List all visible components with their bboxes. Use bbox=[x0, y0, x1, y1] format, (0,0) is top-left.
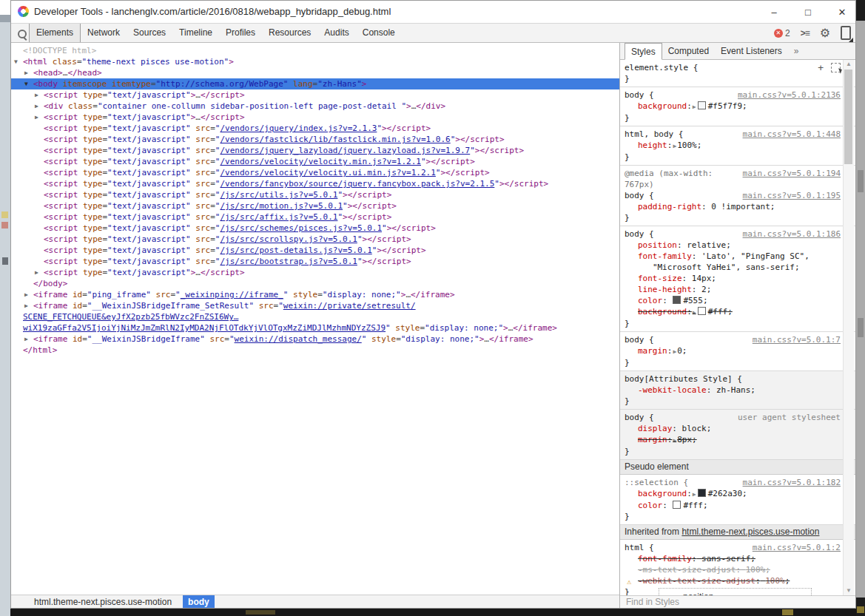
tree-row[interactable]: ▶<iframe id="__WeixinJSBridgeIframe_SetR… bbox=[11, 300, 619, 311]
sidebar-tab-computed[interactable]: Computed bbox=[662, 43, 715, 59]
resource-link[interactable]: /js/src/schemes/pisces.js?v=5.0.1 bbox=[220, 223, 382, 233]
property-value[interactable]: 100% bbox=[677, 141, 697, 150]
style-property[interactable]: font-size: 14px; bbox=[625, 273, 841, 284]
style-property[interactable]: color: #fff; bbox=[625, 500, 841, 511]
expand-value-arrow-icon[interactable]: ▶ bbox=[673, 437, 676, 444]
expand-arrow-icon[interactable]: ▶ bbox=[35, 101, 38, 112]
resource-link[interactable]: /js/src/scrollspy.js?v=5.0.1 bbox=[220, 234, 357, 244]
tree-row[interactable]: </html> bbox=[11, 345, 619, 356]
tree-row[interactable]: <script type="text/javascript" src="/ven… bbox=[11, 134, 619, 145]
tree-row[interactable]: ▶<script type="text/javascript">…</scrip… bbox=[11, 112, 619, 123]
tree-row[interactable]: <script type="text/javascript" src="/js/… bbox=[11, 189, 619, 200]
scroll-down-icon[interactable]: ▼ bbox=[844, 586, 854, 595]
property-name[interactable]: padding-right bbox=[638, 202, 701, 211]
style-property[interactable]: position: relative; bbox=[625, 240, 841, 251]
stylesheet-source-link[interactable]: main.css?v=5.0.1:195 bbox=[743, 190, 841, 201]
property-value[interactable]: 2 bbox=[701, 285, 707, 294]
property-value[interactable]: zh-Hans bbox=[716, 385, 750, 395]
property-value[interactable]: block bbox=[682, 424, 707, 433]
property-name[interactable]: font-family bbox=[638, 554, 692, 563]
property-value[interactable]: #fff bbox=[683, 501, 703, 510]
tree-row[interactable]: <script type="text/javascript" src="/ven… bbox=[11, 167, 619, 178]
rule-selector[interactable]: body { bbox=[625, 413, 654, 422]
stylesheet-source-link[interactable]: main.css?v=5.0.1:2136 bbox=[738, 89, 841, 101]
element-state-icon[interactable] bbox=[831, 63, 841, 72]
expand-value-arrow-icon[interactable]: ▶ bbox=[673, 143, 676, 149]
property-value[interactable]: 8px bbox=[677, 435, 692, 444]
resource-link[interactable]: /js/src/utils.js?v=5.0.1 bbox=[220, 190, 337, 200]
property-name[interactable]: -ms-text-size-adjust bbox=[638, 565, 736, 575]
console-drawer-icon[interactable]: >≡ bbox=[801, 28, 810, 38]
tree-row[interactable]: <script type="text/javascript" src="/js/… bbox=[11, 256, 619, 267]
scrollbar-thumb[interactable] bbox=[844, 70, 852, 164]
style-property[interactable]: padding-right: 0 !important; bbox=[625, 201, 841, 212]
find-in-styles-bar[interactable]: Find in Styles bbox=[620, 595, 855, 608]
tree-row[interactable]: ▼<html class="theme-next pisces use-moti… bbox=[11, 56, 619, 67]
expand-arrow-icon[interactable]: ▶ bbox=[35, 89, 38, 101]
new-style-rule-icon[interactable]: + bbox=[818, 64, 824, 72]
style-property[interactable]: background:▶#fff; bbox=[625, 306, 841, 318]
rule-selector[interactable]: body[Attributes Style] { bbox=[625, 374, 742, 384]
property-name[interactable]: height bbox=[638, 141, 667, 150]
tree-row[interactable]: <!DOCTYPE html> bbox=[11, 45, 619, 56]
color-swatch[interactable] bbox=[698, 489, 706, 497]
color-swatch[interactable] bbox=[673, 296, 681, 304]
tab-profiles[interactable]: Profiles bbox=[219, 24, 262, 42]
tab-elements[interactable]: Elements bbox=[29, 24, 81, 42]
property-name[interactable]: background bbox=[638, 101, 687, 111]
rule-selector[interactable]: html, body { bbox=[625, 129, 683, 139]
property-value[interactable]: 100% bbox=[746, 565, 766, 575]
property-name[interactable]: -webkit-locale bbox=[638, 385, 707, 395]
style-property[interactable]: -webkit-locale: zh-Hans; bbox=[625, 385, 841, 396]
rule-selector[interactable]: @media (max-width: 767px) bbox=[625, 169, 718, 189]
property-name[interactable]: color bbox=[638, 501, 662, 510]
tree-row[interactable]: SCENE_FETCHQUEUE&eyJfX2pzb25fbWVzc2FnZSI… bbox=[11, 311, 619, 322]
overflow-tabs-icon[interactable]: » bbox=[788, 43, 805, 59]
rule-selector[interactable]: body { bbox=[625, 90, 654, 100]
expand-value-arrow-icon[interactable]: ▶ bbox=[693, 491, 696, 498]
resource-link[interactable]: SCENE_FETCHQUEUE&eyJfX2pzb25fbWVzc2FnZSI… bbox=[23, 312, 238, 322]
property-name[interactable]: position bbox=[638, 240, 677, 250]
tree-row[interactable]: <script type="text/javascript" src="/js/… bbox=[11, 234, 619, 245]
maximize-button[interactable]: □ bbox=[802, 7, 814, 18]
resource-link[interactable]: /js/src/bootstrap.js?v=5.0.1 bbox=[220, 257, 357, 266]
rule-selector[interactable]: html { bbox=[625, 543, 654, 552]
stylesheet-source-link[interactable]: main.css?v=5.0.1:2 bbox=[753, 542, 841, 553]
stylesheet-source-link[interactable]: main.css?v=5.0.1:186 bbox=[743, 229, 841, 240]
property-value[interactable]: 14px bbox=[692, 274, 712, 283]
tree-row[interactable]: ▶<div class="container one-collumn sideb… bbox=[11, 101, 619, 112]
property-name[interactable]: font-family bbox=[638, 251, 692, 261]
minimize-button[interactable]: – bbox=[768, 7, 780, 18]
error-count-badge[interactable]: ✕ 2 bbox=[774, 28, 790, 38]
tab-network[interactable]: Network bbox=[81, 24, 127, 42]
resource-link[interactable]: _weixinping://iframe_ bbox=[181, 290, 283, 299]
tab-sources[interactable]: Sources bbox=[127, 24, 172, 42]
tree-row[interactable]: <script type="text/javascript" src="/ven… bbox=[11, 156, 619, 167]
style-property[interactable]: font-family: sans-serif; bbox=[625, 553, 841, 564]
tree-row[interactable]: <script type="text/javascript" src="/js/… bbox=[11, 245, 619, 256]
tab-console[interactable]: Console bbox=[356, 24, 402, 42]
tree-row[interactable]: wiX19zaGFfa2V5IjoiYjNiMzJmZmRlN2IyMDA2Nj… bbox=[11, 322, 619, 334]
rule-selector[interactable]: body { bbox=[625, 335, 654, 345]
inherited-node-link[interactable]: html.theme-next.pisces.use-motion bbox=[681, 527, 819, 537]
stylesheet-source-link[interactable]: main.css?v=5.0.1:448 bbox=[743, 129, 841, 140]
resource-link[interactable]: weixin://dispatch_message/ bbox=[235, 334, 362, 344]
property-value[interactable]: 0 !important bbox=[711, 202, 770, 211]
resource-link[interactable]: /js/src/affix.js?v=5.0.1 bbox=[220, 212, 337, 222]
resource-link[interactable]: /vendors/velocity/velocity.min.js?v=1.2.… bbox=[220, 157, 421, 166]
tab-timeline[interactable]: Timeline bbox=[172, 24, 219, 42]
property-value[interactable]: #262a30 bbox=[708, 489, 742, 498]
property-name[interactable]: line-height bbox=[638, 285, 692, 294]
rule-selector[interactable]: ::selection { bbox=[625, 478, 688, 487]
crumb-body[interactable]: body bbox=[183, 595, 215, 608]
tab-resources[interactable]: Resources bbox=[262, 24, 317, 42]
property-value[interactable]: #fff bbox=[708, 307, 728, 317]
expand-arrow-icon[interactable]: ▶ bbox=[35, 267, 38, 278]
tree-row[interactable]: <script type="text/javascript" src="/ven… bbox=[11, 123, 619, 134]
scroll-up-icon[interactable]: ▲ bbox=[844, 60, 854, 69]
collapse-arrow-icon[interactable]: ▼ bbox=[24, 78, 28, 89]
style-property[interactable]: display: block; bbox=[625, 423, 841, 434]
color-swatch[interactable] bbox=[673, 501, 681, 509]
resource-link[interactable]: weixin://private/setresult/ bbox=[283, 301, 416, 311]
property-value[interactable]: #555 bbox=[683, 296, 703, 305]
